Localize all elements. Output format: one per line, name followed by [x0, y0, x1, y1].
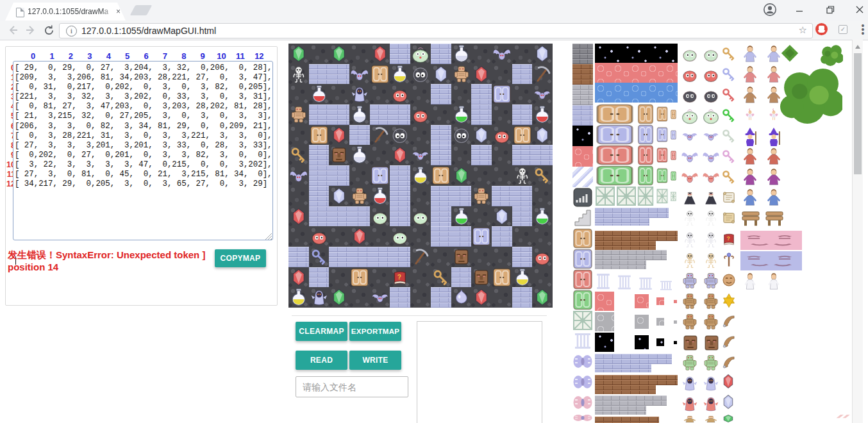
map-tile-lavender-brick-wall[interactable] [390, 247, 410, 267]
palette-tile-golem[interactable] [681, 313, 699, 331]
map-tile-dark-cobblestone-floor[interactable] [492, 247, 512, 267]
palette-tile-pillar[interactable] [658, 279, 674, 292]
palette-tile-tex-red[interactable] [595, 292, 614, 311]
url-text[interactable]: 127.0.0.1:1055/drawMapGUI.html [81, 26, 216, 36]
map-tile-red-gem[interactable] [471, 287, 492, 308]
palette-tile-person[interactable] [764, 188, 783, 207]
palette-tile-tex-brick-brown[interactable] [595, 375, 678, 385]
palette-tile-moth[interactable] [572, 392, 593, 413]
map-tile-dark-eye-monster[interactable] [451, 125, 472, 145]
palette-tile-bigslime[interactable] [681, 106, 699, 124]
palette-tile-tex-star[interactable] [595, 333, 614, 352]
palette-tile-slime[interactable] [681, 65, 699, 83]
map-tile-lavender-brick-wall[interactable] [451, 267, 472, 288]
palette-tile-slime[interactable] [681, 86, 699, 104]
map-tile-red-gem[interactable] [349, 226, 370, 247]
palette-tile-tex-gray-flat[interactable] [656, 318, 664, 326]
palette-tile-gem[interactable] [721, 394, 736, 410]
palette-tile-person[interactable] [742, 272, 758, 291]
map-tile-dark-cobblestone-floor[interactable] [410, 226, 431, 247]
map-tile-lavender-brick-wall[interactable] [512, 287, 533, 308]
palette-tile-key[interactable] [721, 169, 737, 185]
palette-tile-pillar[interactable] [637, 276, 654, 292]
map-tile-lavender-brick-wall[interactable] [492, 186, 512, 206]
map-tile-lavender-brick-wall[interactable] [431, 125, 451, 145]
map-tile-red-slime[interactable] [410, 104, 431, 125]
palette-tile-skeleton[interactable] [681, 251, 699, 269]
map-tile-silver-potion[interactable] [451, 44, 472, 64]
map-tile-lavender-brick-wall[interactable] [492, 226, 512, 247]
map-tile-dark-cobblestone-floor[interactable] [492, 287, 512, 308]
palette-tile-door[interactable] [656, 168, 668, 183]
palette-tile-golem[interactable] [681, 272, 699, 290]
map-tile-lavender-brick-wall[interactable] [309, 267, 330, 288]
map-tile-dark-cobblestone-floor[interactable] [349, 165, 370, 186]
map-tile-lavender-brick-wall[interactable] [431, 287, 451, 308]
map-tile-lavender-orb[interactable] [451, 287, 472, 308]
map-tile-lavender-brick-wall[interactable] [329, 247, 349, 267]
palette-tile-tex-red[interactable] [656, 297, 664, 305]
map-tile-lavender-brick-wall[interactable] [329, 64, 349, 85]
map-tile-pickaxe[interactable] [410, 247, 431, 267]
map-tile-dark-cobblestone-floor[interactable] [532, 226, 553, 247]
palette-tile-bat2[interactable] [681, 168, 699, 186]
palette-tile-key[interactable] [721, 107, 737, 124]
palette-tile-tex-stone-gray[interactable] [595, 395, 667, 406]
map-tile-lavender-brick-wall[interactable] [309, 104, 330, 125]
palette-tile-pillar[interactable] [616, 273, 633, 292]
map-tile-dark-cobblestone-floor[interactable] [471, 247, 492, 267]
map-tile-dark-cobblestone-floor[interactable] [532, 186, 553, 206]
palette-tile-door[interactable] [572, 249, 593, 269]
scroll-up-arrow-icon[interactable] [855, 45, 860, 49]
palette-tile-door[interactable] [595, 165, 635, 186]
palette-tile-skeleton[interactable] [681, 231, 699, 249]
map-tile-pale-green-slime[interactable] [410, 206, 431, 227]
map-tile-green-potion[interactable] [451, 104, 472, 125]
map-tile-lavender-brick-wall[interactable] [390, 287, 410, 308]
palette-tile-person[interactable] [740, 44, 760, 63]
palette-tile-sign[interactable] [764, 208, 785, 228]
map-tile-small-bat[interactable] [532, 84, 553, 104]
clearmap-button[interactable]: CLEARMAP [296, 322, 347, 341]
map-tile-wooden-door[interactable] [512, 125, 533, 145]
map-tile-lavender-brick-wall[interactable] [512, 206, 533, 227]
map-tile-dark-cobblestone-floor[interactable] [492, 104, 512, 125]
palette-tile-door[interactable] [572, 290, 593, 310]
palette-tile-tree-small[interactable] [780, 44, 799, 63]
browser-menu-icon[interactable]: ••• [858, 24, 868, 37]
new-tab-button[interactable] [130, 5, 153, 15]
map-tile-dark-cobblestone-floor[interactable] [370, 267, 390, 288]
map-tile-lavender-door[interactable] [471, 226, 492, 247]
map-tile-pale-blue-gem[interactable] [532, 125, 553, 145]
map-tile-gold-key[interactable] [288, 145, 309, 165]
map-tile-lavender-brick-wall[interactable] [532, 145, 553, 165]
palette-tile-door[interactable] [637, 145, 654, 165]
palette-tile-key[interactable] [721, 128, 737, 144]
map-tile-green-potion[interactable] [532, 206, 553, 227]
map-tile-wooden-door[interactable] [492, 267, 512, 288]
bookmark-star-icon[interactable]: ☆ [799, 24, 807, 36]
tileset-palette[interactable]: ? [572, 44, 852, 423]
palette-tile-fairy[interactable] [743, 107, 757, 124]
map-tile-lavender-brick-wall[interactable] [431, 145, 451, 165]
map-canvas[interactable]: ? [288, 44, 553, 308]
map-tile-silver-potion[interactable] [349, 104, 370, 125]
palette-tile-door[interactable] [572, 228, 593, 249]
palette-tile-golem[interactable] [702, 272, 720, 290]
palette-tile-tex-brick-brown[interactable] [595, 241, 656, 250]
map-tile-red-gem[interactable] [288, 267, 309, 288]
map-tile-lavender-brick-wall[interactable] [329, 165, 349, 186]
map-tile-pale-blue-gem[interactable] [492, 206, 512, 227]
palette-tile-bat[interactable] [681, 127, 699, 145]
checkbox-extension-icon[interactable]: ✓ [839, 25, 847, 34]
palette-tile-tex-red[interactable] [572, 146, 593, 167]
copymap-button[interactable]: COPYMAP [215, 249, 266, 267]
map-tile-lavender-brick-wall[interactable] [309, 165, 330, 186]
palette-tile-bigslime[interactable] [702, 106, 720, 124]
map-tile-wooden-door[interactable] [370, 64, 390, 85]
map-tile-red-gem[interactable] [370, 44, 390, 64]
scrollbar-thumb[interactable] [854, 53, 862, 174]
map-tile-pale-blue-gem[interactable] [329, 186, 349, 206]
map-tile-hooded-ghost[interactable] [349, 84, 370, 104]
palette-tile-statue[interactable] [702, 333, 721, 352]
